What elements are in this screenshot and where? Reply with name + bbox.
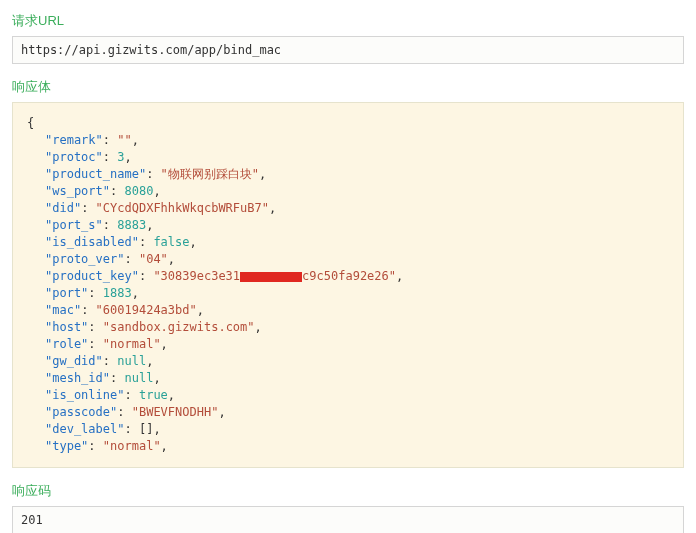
json-key-is-disabled: "is_disabled"	[45, 235, 139, 249]
json-key-product-key: "product_key"	[45, 269, 139, 283]
json-val-dev-label: []	[139, 422, 153, 436]
json-key-product-name: "product_name"	[45, 167, 146, 181]
json-val-product-key-pre: "30839ec3e31	[153, 269, 240, 283]
json-key-host: "host"	[45, 320, 88, 334]
json-key-proto-ver: "proto_ver"	[45, 252, 124, 266]
json-key-type: "type"	[45, 439, 88, 453]
json-val-mac: "60019424a3bd"	[96, 303, 197, 317]
response-code-title: 响应码	[12, 482, 684, 500]
redaction-bar	[240, 272, 302, 282]
json-val-mesh-id: null	[124, 371, 153, 385]
json-val-did: "CYcdQDXFhhkWkqcbWRFuB7"	[96, 201, 269, 215]
response-code-value: 201	[12, 506, 684, 533]
json-val-host: "sandbox.gizwits.com"	[103, 320, 255, 334]
json-val-remark: ""	[117, 133, 131, 147]
json-open-brace: {	[27, 116, 34, 130]
json-key-port-s: "port_s"	[45, 218, 103, 232]
json-key-is-online: "is_online"	[45, 388, 124, 402]
json-val-ws-port: 8080	[124, 184, 153, 198]
request-url-value: https://api.gizwits.com/app/bind_mac	[12, 36, 684, 64]
response-body-code: { "remark": "", "protoc": 3, "product_na…	[12, 102, 684, 468]
json-key-mesh-id: "mesh_id"	[45, 371, 110, 385]
json-key-gw-did: "gw_did"	[45, 354, 103, 368]
json-key-ws-port: "ws_port"	[45, 184, 110, 198]
json-val-is-online: true	[139, 388, 168, 402]
request-url-title: 请求URL	[12, 12, 684, 30]
json-key-protoc: "protoc"	[45, 150, 103, 164]
json-val-type: "normal"	[103, 439, 161, 453]
json-key-passcode: "passcode"	[45, 405, 117, 419]
json-val-passcode: "BWEVFNODHH"	[132, 405, 219, 419]
json-key-remark: "remark"	[45, 133, 103, 147]
json-key-did: "did"	[45, 201, 81, 215]
json-val-product-key-post: c9c50fa92e26"	[302, 269, 396, 283]
json-val-proto-ver: "04"	[139, 252, 168, 266]
json-val-is-disabled: false	[153, 235, 189, 249]
json-val-port-s: 8883	[117, 218, 146, 232]
json-val-product-name: "物联网别踩白块"	[161, 167, 259, 181]
json-key-mac: "mac"	[45, 303, 81, 317]
json-key-port: "port"	[45, 286, 88, 300]
response-body-title: 响应体	[12, 78, 684, 96]
json-val-role: "normal"	[103, 337, 161, 351]
json-val-gw-did: null	[117, 354, 146, 368]
json-val-port: 1883	[103, 286, 132, 300]
json-key-role: "role"	[45, 337, 88, 351]
json-key-dev-label: "dev_label"	[45, 422, 124, 436]
